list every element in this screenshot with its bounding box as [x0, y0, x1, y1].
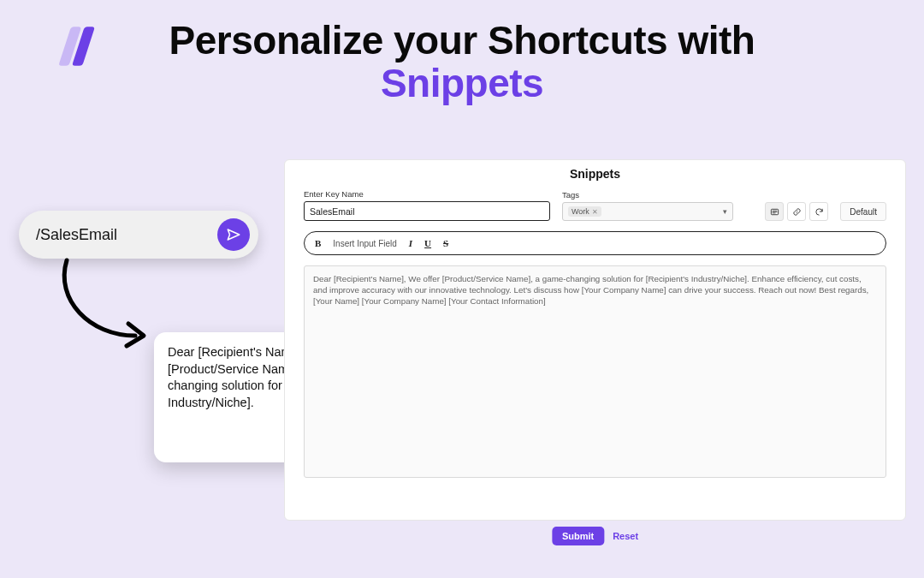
tag-chip-work[interactable]: Work ✕ [568, 206, 601, 217]
mode-button-3[interactable] [809, 202, 828, 221]
panel-title: Snippets [304, 167, 886, 181]
submit-button[interactable]: Submit [552, 527, 604, 545]
shortcut-pill[interactable]: /SalesEmail [19, 211, 258, 259]
mode-button-1[interactable] [765, 202, 784, 221]
text-mode-icon [770, 207, 779, 217]
link-icon [792, 207, 802, 217]
arrow-icon [51, 257, 171, 351]
mode-button-group [765, 202, 828, 221]
keyname-input[interactable] [304, 201, 550, 221]
toolbar-strike[interactable]: S [443, 238, 448, 248]
mode-button-2[interactable] [787, 202, 806, 221]
toolbar-italic[interactable]: I [409, 238, 412, 248]
snippet-body-textarea[interactable]: Dear [Recipient's Name], We offer [Produ… [304, 265, 886, 478]
editor-toolbar: B Insert Input Field I U S [304, 231, 886, 255]
headline: Personalize your Shortcuts with Snippets [0, 17, 924, 106]
toolbar-bold[interactable]: B [315, 238, 321, 248]
tags-label: Tags [562, 190, 733, 200]
refresh-icon [814, 207, 824, 217]
tag-chip-label: Work [572, 207, 589, 216]
tag-remove-icon[interactable]: ✕ [592, 208, 598, 216]
send-button[interactable] [217, 218, 250, 251]
tags-select[interactable]: Work ✕ ▾ [562, 202, 733, 221]
default-button[interactable]: Default [840, 202, 886, 221]
snippets-panel: Snippets Enter Key Name Tags Work ✕ ▾ [284, 159, 906, 521]
headline-line1: Personalize your Shortcuts with [0, 17, 924, 63]
toolbar-insert-field[interactable]: Insert Input Field [333, 239, 396, 248]
reset-button[interactable]: Reset [613, 531, 638, 541]
shortcut-text: /SalesEmail [36, 226, 117, 244]
send-icon [226, 227, 241, 242]
chevron-down-icon: ▾ [723, 207, 727, 216]
headline-line2: Snippets [0, 60, 924, 106]
toolbar-underline[interactable]: U [424, 238, 431, 248]
keyname-label: Enter Key Name [304, 189, 550, 199]
